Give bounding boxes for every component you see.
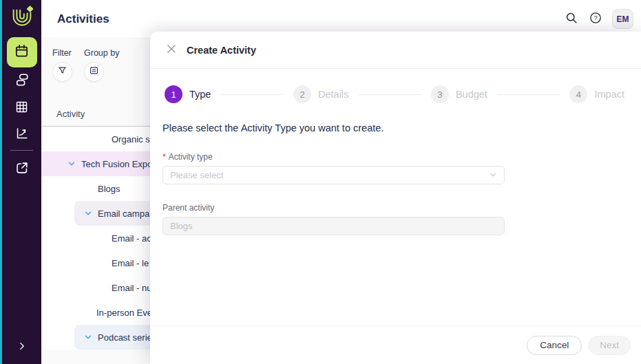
calendar-icon bbox=[14, 43, 30, 62]
help-icon: ? bbox=[589, 11, 602, 28]
step-label: Type bbox=[189, 89, 211, 100]
app-logo-icon bbox=[8, 5, 36, 32]
cancel-button[interactable]: Cancel bbox=[527, 336, 582, 355]
modal-footer: Cancel Next bbox=[150, 325, 641, 364]
group-by-icon bbox=[89, 65, 99, 78]
chevron-down-icon[interactable] bbox=[84, 333, 92, 341]
chevron-down-icon[interactable] bbox=[67, 160, 76, 168]
activity-name: Email - le bbox=[112, 258, 149, 268]
activity-type-label: Activity type bbox=[162, 152, 626, 162]
sidebar-item-external[interactable] bbox=[14, 161, 30, 178]
close-icon bbox=[166, 43, 177, 57]
activity-name: Email - ac bbox=[112, 233, 151, 244]
modal-title: Create Activity bbox=[187, 45, 256, 56]
step-number: 2 bbox=[293, 85, 311, 103]
svg-text:?: ? bbox=[593, 14, 597, 21]
page-title: Activities bbox=[57, 12, 109, 26]
activity-name: Email campai bbox=[98, 208, 151, 219]
step-label: Budget bbox=[456, 89, 487, 100]
filter-label: Filter bbox=[52, 48, 72, 58]
search-button[interactable] bbox=[564, 12, 579, 27]
chart-icon bbox=[14, 126, 30, 144]
parent-activity-input[interactable] bbox=[162, 217, 505, 235]
header-actions: ? EM bbox=[564, 9, 641, 29]
activity-name: Tech Fusion Expo bbox=[81, 159, 152, 169]
modal-body: Please select the Activity Type you want… bbox=[150, 103, 641, 235]
step-connector bbox=[220, 94, 284, 95]
step-prompt: Please select the Activity Type you want… bbox=[162, 122, 626, 133]
search-icon bbox=[565, 11, 578, 28]
step-label: Details bbox=[318, 89, 348, 100]
sidebar-expand-button[interactable] bbox=[14, 339, 30, 356]
next-button[interactable]: Next bbox=[588, 336, 631, 355]
sidebar-item-reports[interactable] bbox=[14, 127, 30, 143]
stepper: 1 Type 2 Details 3 Budget 4 Impact bbox=[150, 69, 641, 103]
stack-icon bbox=[14, 72, 30, 90]
filter-button[interactable] bbox=[52, 62, 72, 82]
step-budget[interactable]: 3 Budget bbox=[431, 85, 487, 103]
create-activity-modal: Create Activity 1 Type 2 Details 3 Budge… bbox=[150, 32, 641, 364]
activity-name: Blogs bbox=[98, 184, 120, 194]
sidebar-item-grid[interactable] bbox=[14, 100, 30, 116]
filter-icon bbox=[57, 65, 67, 78]
group-by-control: Group by bbox=[84, 48, 119, 82]
chevron-right-icon bbox=[17, 341, 27, 354]
group-by-button[interactable] bbox=[84, 62, 104, 82]
required-marker bbox=[162, 152, 169, 162]
step-number: 3 bbox=[431, 85, 449, 103]
sidebar-item-stack[interactable] bbox=[14, 73, 30, 89]
help-button[interactable]: ? bbox=[588, 12, 603, 27]
parent-activity-label: Parent activity bbox=[162, 203, 626, 213]
filter-control: Filter bbox=[52, 48, 72, 82]
chevron-down-icon[interactable] bbox=[84, 209, 92, 217]
step-number: 4 bbox=[569, 85, 587, 103]
sidebar bbox=[2, 0, 41, 364]
activity-name: Email - nu bbox=[112, 283, 152, 293]
activity-name: Podcast serie bbox=[98, 332, 152, 343]
close-button[interactable] bbox=[165, 44, 178, 56]
group-by-label: Group by bbox=[84, 48, 119, 58]
activity-type-select[interactable]: Please select bbox=[162, 166, 505, 184]
step-type[interactable]: 1 Type bbox=[165, 85, 211, 103]
external-link-icon bbox=[14, 160, 30, 178]
sidebar-item-activities[interactable] bbox=[7, 37, 37, 67]
step-connector bbox=[358, 94, 421, 95]
step-number: 1 bbox=[165, 85, 182, 103]
step-impact[interactable]: 4 Impact bbox=[569, 85, 624, 103]
sidebar-divider bbox=[10, 150, 33, 151]
select-placeholder: Please select bbox=[170, 170, 489, 180]
step-details[interactable]: 2 Details bbox=[293, 85, 348, 103]
step-label: Impact bbox=[594, 89, 624, 100]
modal-header: Create Activity bbox=[150, 32, 641, 69]
grid-icon bbox=[14, 100, 29, 117]
chevron-down-icon bbox=[489, 169, 497, 182]
user-avatar[interactable]: EM bbox=[612, 9, 633, 29]
activity-name: Organic s bbox=[112, 134, 150, 144]
window-accent-strip bbox=[0, 0, 2, 364]
step-connector bbox=[497, 94, 560, 95]
activity-name: In-person Eve bbox=[96, 308, 152, 318]
